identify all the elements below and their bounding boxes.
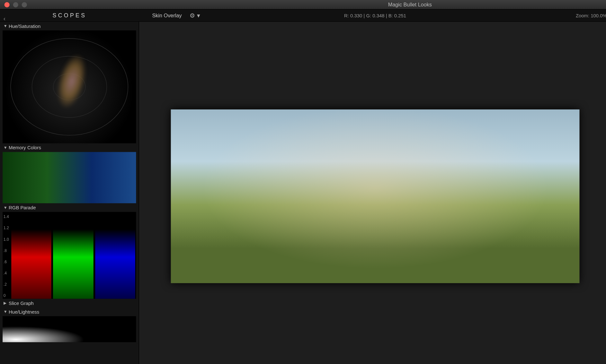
preview-viewer[interactable]: [139, 22, 606, 364]
vectorscope[interactable]: [3, 30, 136, 143]
hue-lightness-scope[interactable]: [3, 316, 136, 342]
scope-section-hue-sat[interactable]: ▼Hue/Saturation: [0, 22, 139, 30]
disclosure-triangle-icon: ▶: [4, 301, 9, 306]
rgb-readout: R: 0.330 | G: 0.348 | B: 0.251: [344, 13, 406, 18]
scope-section-slice[interactable]: ▶Slice Graph: [0, 299, 139, 308]
scopes-title: SCOPES: [53, 12, 87, 19]
window-zoom-button[interactable]: [22, 2, 27, 7]
parade-green: [53, 229, 94, 299]
scopes-collapse-arrow[interactable]: ‹: [4, 15, 7, 22]
disclosure-triangle-icon: ▼: [4, 145, 9, 150]
window-close-button[interactable]: [4, 2, 10, 7]
scope-section-hue-light[interactable]: ▼Hue/Lightness: [0, 308, 139, 316]
preview-image: [171, 109, 580, 283]
disclosure-triangle-icon: ▼: [4, 310, 9, 314]
scope-section-parade[interactable]: ▼RGB Parade: [0, 203, 139, 212]
parade-red: [11, 229, 51, 299]
scope-section-memory[interactable]: ▼Memory Colors: [0, 143, 139, 152]
window-title: Magic Bullet Looks: [388, 2, 432, 8]
window-minimize-button[interactable]: [13, 2, 18, 7]
header-bar: ‹ SCOPES Skin Overlay ⚙ ▾ R: 0.330 | G: …: [0, 10, 606, 22]
disclosure-triangle-icon: ▼: [4, 205, 9, 210]
parade-axis: 1.4 1.2 1.0 .8 .6 .4 .2 0: [4, 214, 9, 298]
scopes-header: ‹ SCOPES: [0, 12, 139, 19]
scopes-panel: ▼Hue/Saturation ▼Memory Colors ▼RGB Para…: [0, 22, 139, 364]
disclosure-triangle-icon: ▼: [4, 24, 9, 28]
gear-icon[interactable]: ⚙ ▾: [190, 12, 200, 19]
zoom-readout[interactable]: Zoom: 100.0%: [576, 13, 606, 18]
memory-colors-scope[interactable]: [3, 152, 136, 204]
rgb-parade-scope[interactable]: 1.4 1.2 1.0 .8 .6 .4 .2 0: [3, 212, 136, 299]
mac-titlebar: Magic Bullet Looks: [0, 0, 606, 10]
skin-overlay-dropdown[interactable]: Skin Overlay: [148, 11, 186, 20]
parade-blue: [95, 229, 135, 299]
